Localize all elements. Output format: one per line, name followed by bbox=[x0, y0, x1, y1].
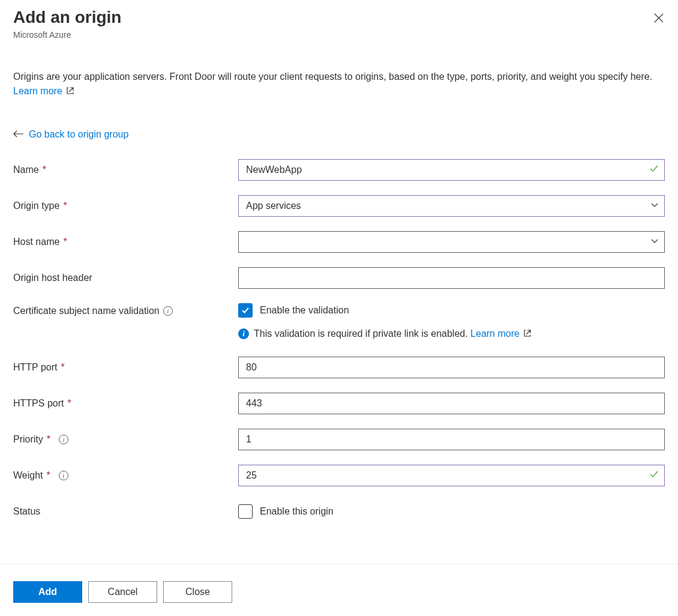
cert-validation-checkbox-label: Enable the validation bbox=[260, 305, 349, 316]
info-icon[interactable]: i bbox=[59, 435, 68, 444]
weight-input[interactable] bbox=[238, 465, 665, 486]
arrow-left-icon bbox=[13, 129, 24, 140]
priority-input[interactable] bbox=[238, 429, 665, 450]
panel-subtitle: Microsoft Azure bbox=[13, 30, 121, 40]
status-checkbox[interactable] bbox=[238, 504, 253, 519]
panel-title: Add an origin bbox=[13, 7, 121, 28]
external-link-icon bbox=[66, 85, 74, 99]
https-port-label: HTTPS port bbox=[13, 398, 64, 409]
external-link-icon bbox=[523, 329, 532, 340]
http-port-input[interactable] bbox=[238, 357, 665, 378]
name-label: Name bbox=[13, 165, 39, 175]
host-name-select[interactable] bbox=[238, 231, 665, 253]
info-filled-icon: i bbox=[238, 328, 249, 339]
info-icon[interactable]: i bbox=[59, 471, 68, 480]
cancel-button[interactable]: Cancel bbox=[88, 581, 157, 603]
required-indicator: * bbox=[47, 434, 50, 445]
required-indicator: * bbox=[63, 237, 67, 247]
learn-more-link[interactable]: Learn more bbox=[13, 86, 74, 96]
origin-type-select[interactable]: App services bbox=[238, 195, 665, 217]
panel-description: Origins are your application servers. Fr… bbox=[13, 70, 665, 99]
info-icon[interactable]: i bbox=[163, 306, 173, 316]
status-checkbox-label: Enable this origin bbox=[260, 506, 334, 517]
add-button[interactable]: Add bbox=[13, 581, 82, 603]
cert-validation-checkbox[interactable] bbox=[238, 303, 253, 318]
host-name-label: Host name bbox=[13, 237, 59, 247]
cert-learn-more-link[interactable]: Learn more bbox=[470, 328, 532, 339]
status-label: Status bbox=[13, 506, 40, 517]
go-back-link[interactable]: Go back to origin group bbox=[13, 129, 128, 140]
http-port-label: HTTP port bbox=[13, 362, 58, 373]
panel-footer: Add Cancel Close bbox=[0, 564, 678, 616]
cert-validation-info: i This validation is required if private… bbox=[238, 328, 665, 340]
required-indicator: * bbox=[47, 470, 50, 481]
required-indicator: * bbox=[43, 165, 46, 175]
close-button[interactable]: Close bbox=[163, 581, 232, 603]
name-input[interactable] bbox=[238, 159, 665, 181]
priority-label: Priority bbox=[13, 434, 43, 445]
required-indicator: * bbox=[67, 398, 71, 409]
https-port-input[interactable] bbox=[238, 393, 665, 414]
origin-host-header-input[interactable] bbox=[238, 267, 665, 289]
weight-label: Weight bbox=[13, 470, 43, 481]
cert-validation-label: Certificate subject name validation bbox=[13, 306, 160, 316]
origin-type-label: Origin type bbox=[13, 201, 59, 211]
close-icon[interactable] bbox=[650, 10, 667, 29]
required-indicator: * bbox=[63, 201, 67, 211]
required-indicator: * bbox=[61, 362, 65, 373]
origin-host-header-label: Origin host header bbox=[13, 273, 92, 283]
